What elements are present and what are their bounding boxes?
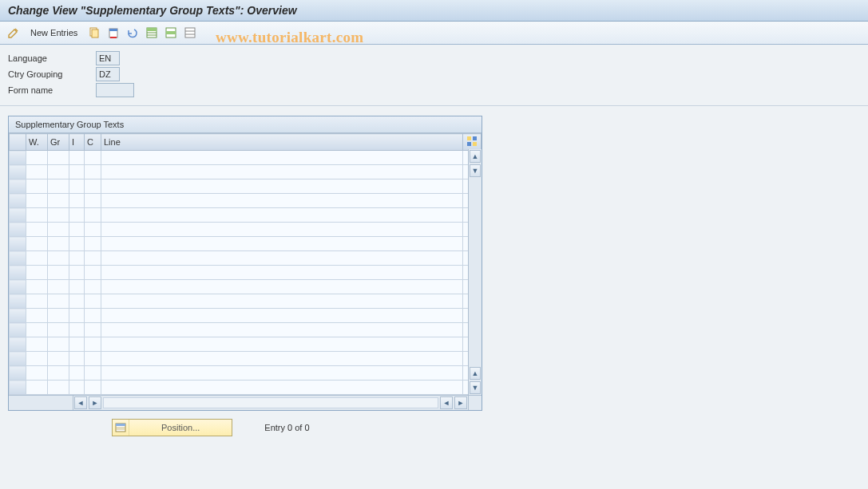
cell[interactable] bbox=[101, 223, 463, 237]
row-selector[interactable] bbox=[10, 381, 26, 395]
col-selector[interactable] bbox=[10, 134, 26, 151]
table-row[interactable] bbox=[10, 208, 482, 223]
cell[interactable] bbox=[69, 266, 85, 280]
cell[interactable] bbox=[85, 251, 101, 266]
copy-icon[interactable] bbox=[87, 26, 101, 40]
change-icon[interactable] bbox=[6, 26, 21, 40]
row-selector[interactable] bbox=[10, 151, 26, 165]
table-row[interactable] bbox=[10, 165, 482, 179]
cell[interactable] bbox=[85, 352, 101, 366]
language-value[interactable]: EN bbox=[96, 51, 120, 65]
cell[interactable] bbox=[69, 381, 85, 395]
cell[interactable] bbox=[101, 165, 463, 179]
row-selector[interactable] bbox=[10, 294, 26, 309]
row-selector[interactable] bbox=[10, 208, 26, 223]
row-selector[interactable] bbox=[10, 266, 26, 280]
undo-icon[interactable] bbox=[125, 26, 140, 40]
cell[interactable] bbox=[48, 352, 69, 366]
cell[interactable] bbox=[48, 294, 69, 309]
vertical-scrollbar[interactable]: ▲ ▼ ▲ ▼ bbox=[468, 149, 482, 395]
row-selector[interactable] bbox=[10, 309, 26, 323]
cell[interactable] bbox=[69, 165, 85, 179]
table-row[interactable] bbox=[10, 266, 482, 280]
cell[interactable] bbox=[69, 294, 85, 309]
cell[interactable] bbox=[101, 266, 463, 280]
scroll-up2-icon[interactable]: ▲ bbox=[470, 367, 481, 380]
select-block-icon[interactable] bbox=[164, 26, 178, 40]
table-row[interactable] bbox=[10, 179, 482, 194]
cell[interactable] bbox=[85, 381, 101, 395]
cell[interactable] bbox=[48, 280, 69, 294]
table-row[interactable] bbox=[10, 381, 482, 395]
row-selector[interactable] bbox=[10, 323, 26, 337]
cell[interactable] bbox=[85, 309, 101, 323]
cell[interactable] bbox=[85, 237, 101, 251]
cell[interactable] bbox=[26, 165, 48, 179]
cell[interactable] bbox=[26, 237, 48, 251]
select-all-icon[interactable] bbox=[145, 26, 159, 40]
cell[interactable] bbox=[69, 366, 85, 381]
col-gr[interactable]: Gr bbox=[48, 134, 69, 151]
cell[interactable] bbox=[85, 294, 101, 309]
cell[interactable] bbox=[69, 323, 85, 337]
cell[interactable] bbox=[26, 194, 48, 208]
cell[interactable] bbox=[26, 266, 48, 280]
cell[interactable] bbox=[85, 266, 101, 280]
table-row[interactable] bbox=[10, 151, 482, 165]
cell[interactable] bbox=[69, 251, 85, 266]
cell[interactable] bbox=[85, 179, 101, 194]
table-row[interactable] bbox=[10, 194, 482, 208]
cell[interactable] bbox=[26, 366, 48, 381]
cell[interactable] bbox=[48, 179, 69, 194]
row-selector[interactable] bbox=[10, 352, 26, 366]
hscroll-track[interactable] bbox=[103, 397, 438, 408]
cell[interactable] bbox=[85, 194, 101, 208]
cell[interactable] bbox=[101, 323, 463, 337]
table-row[interactable] bbox=[10, 251, 482, 266]
cell[interactable] bbox=[69, 237, 85, 251]
scroll-left2-icon[interactable]: ◄ bbox=[440, 396, 453, 409]
cell[interactable] bbox=[101, 337, 463, 352]
table-row[interactable] bbox=[10, 337, 482, 352]
cell[interactable] bbox=[85, 223, 101, 237]
cell[interactable] bbox=[101, 179, 463, 194]
col-c[interactable]: C bbox=[85, 134, 101, 151]
cell[interactable] bbox=[48, 309, 69, 323]
cell[interactable] bbox=[101, 294, 463, 309]
cell[interactable] bbox=[101, 151, 463, 165]
table-row[interactable] bbox=[10, 352, 482, 366]
row-selector[interactable] bbox=[10, 165, 26, 179]
cell[interactable] bbox=[69, 194, 85, 208]
scroll-down2-icon[interactable]: ▼ bbox=[470, 381, 481, 394]
cell[interactable] bbox=[101, 208, 463, 223]
row-selector[interactable] bbox=[10, 194, 26, 208]
scroll-right-icon[interactable]: ► bbox=[89, 396, 101, 409]
cell[interactable] bbox=[48, 208, 69, 223]
cell[interactable] bbox=[48, 165, 69, 179]
cell[interactable] bbox=[26, 294, 48, 309]
table-row[interactable] bbox=[10, 309, 482, 323]
cell[interactable] bbox=[85, 280, 101, 294]
cell[interactable] bbox=[26, 381, 48, 395]
table-row[interactable] bbox=[10, 223, 482, 237]
cell[interactable] bbox=[69, 352, 85, 366]
row-selector[interactable] bbox=[10, 179, 26, 194]
form-name-value[interactable] bbox=[96, 83, 134, 97]
cell[interactable] bbox=[101, 352, 463, 366]
cell[interactable] bbox=[48, 366, 69, 381]
col-w[interactable]: W. bbox=[26, 134, 48, 151]
col-line[interactable]: Line bbox=[101, 134, 463, 151]
row-selector[interactable] bbox=[10, 337, 26, 352]
table-row[interactable] bbox=[10, 366, 482, 381]
cell[interactable] bbox=[26, 223, 48, 237]
col-i[interactable]: I bbox=[69, 134, 85, 151]
row-selector[interactable] bbox=[10, 280, 26, 294]
cell[interactable] bbox=[48, 194, 69, 208]
new-entries-button[interactable]: New Entries bbox=[26, 28, 82, 37]
cell[interactable] bbox=[26, 208, 48, 223]
cell[interactable] bbox=[101, 309, 463, 323]
deselect-all-icon[interactable] bbox=[183, 26, 197, 40]
row-selector[interactable] bbox=[10, 251, 26, 266]
cell[interactable] bbox=[48, 381, 69, 395]
table-row[interactable] bbox=[10, 323, 482, 337]
